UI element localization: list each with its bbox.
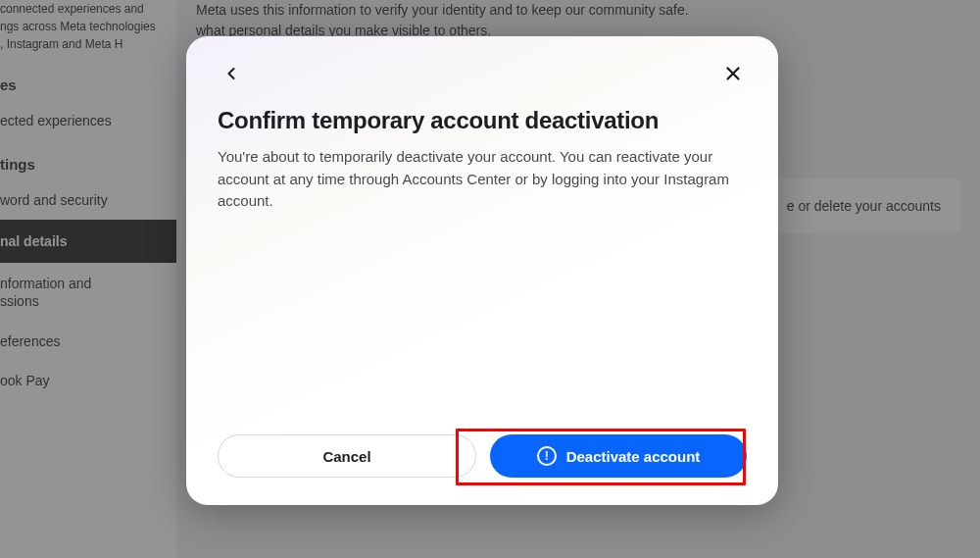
deactivate-button-label: Deactivate account — [566, 448, 701, 465]
modal-header — [218, 58, 747, 89]
back-button[interactable] — [218, 60, 245, 87]
cancel-button[interactable]: Cancel — [218, 434, 476, 478]
alert-icon: ! — [537, 446, 557, 466]
cancel-button-label: Cancel — [322, 448, 370, 465]
close-button[interactable] — [719, 60, 747, 87]
deactivate-account-button[interactable]: ! Deactivate account — [490, 434, 747, 478]
close-icon — [722, 63, 744, 84]
confirm-deactivation-modal: Confirm temporary account deactivation Y… — [186, 36, 778, 505]
modal-title: Confirm temporary account deactivation — [218, 107, 747, 134]
modal-footer: Cancel ! Deactivate account — [218, 423, 747, 478]
chevron-left-icon — [221, 64, 241, 83]
modal-body-text: You're about to temporarily deactivate y… — [218, 146, 747, 213]
